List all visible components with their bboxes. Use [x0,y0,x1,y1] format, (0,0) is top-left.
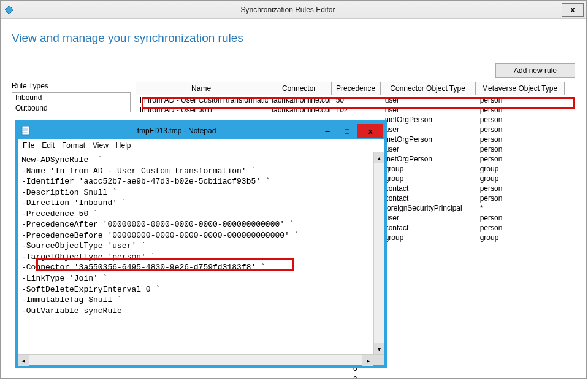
counter-b: 0 [353,375,357,378]
cell-cot: foreignSecurityPrincipal [381,203,476,213]
cell-cot: group [381,174,476,184]
rule-type-inbound[interactable]: Inbound [12,93,130,103]
cell-cot: user [381,105,476,115]
counters: 0 0 [136,364,575,378]
notepad-menu[interactable]: File Edit Format View Help [18,139,384,152]
scroll-right-icon[interactable]: ▸ [362,355,373,366]
col-cot[interactable]: Connector Object Type [381,82,476,95]
rule-type-outbound[interactable]: Outbound [12,103,130,114]
cell-cot: group [381,233,476,242]
table-row[interactable]: In from AD - User Custom transformationf… [136,95,575,105]
cell-cot: user [381,213,476,223]
menu-view[interactable]: View [93,141,109,150]
window-close-button[interactable]: x [562,3,584,17]
cell-cot: inetOrgPerson [381,134,476,144]
scroll-down-icon[interactable]: ▾ [374,343,384,354]
cell-mot: person [476,144,565,154]
menu-edit[interactable]: Edit [42,141,55,150]
cell-mot: person [476,105,565,115]
cell-mot: person [476,125,565,134]
cell-mot: * [476,203,565,213]
notepad-window: tmpFD13.tmp - Notepad – □ x File Edit Fo… [17,122,385,366]
cell-cot: user [381,95,476,105]
cell-cot: inetOrgPerson [381,154,476,164]
col-mot[interactable]: Metaverse Object Type [476,82,565,95]
cell-mot: person [476,223,565,233]
cell-connector: fabrikamonline.com [268,95,332,105]
cell-cot: user [381,125,476,134]
window-title: Synchronization Rules Editor [14,6,562,14]
notepad-titlebar[interactable]: tmpFD13.tmp - Notepad – □ x [18,122,384,139]
menu-format[interactable]: Format [62,141,85,150]
cell-mot: person [476,134,565,144]
cell-mot: person [476,115,565,125]
rule-types-list[interactable]: Inbound Outbound [12,92,131,112]
cell-mot: person [476,95,565,105]
cell-mot: person [476,193,565,203]
cell-mot: person [476,154,565,164]
col-precedence[interactable]: Precedence [332,82,381,95]
table-row[interactable]: In from AD - User Joinfabrikamonline.com… [136,105,575,115]
svg-marker-0 [5,6,13,14]
cell-cot: inetOrgPerson [381,115,476,125]
cell-cot: contact [381,223,476,233]
page-heading: View and manage your synchronization rul… [12,31,575,45]
col-name[interactable]: Name [136,82,267,95]
menu-help[interactable]: Help [116,141,131,150]
cell-cot: contact [381,193,476,203]
notepad-icon [21,126,31,136]
notepad-min-button[interactable]: – [318,124,337,138]
cell-name: In from AD - User Custom transformation [136,95,268,105]
notepad-close-button[interactable]: x [357,124,383,138]
notepad-text-area[interactable]: New-ADSyncRule ` -Name 'In from AD - Use… [18,152,373,354]
scroll-left-icon[interactable]: ◂ [18,355,29,366]
notepad-max-button[interactable]: □ [338,124,356,138]
cell-mot: group [476,164,565,174]
add-new-rule-button[interactable]: Add new rule [495,63,575,78]
notepad-horizontal-scrollbar[interactable]: ◂ ▸ [18,354,384,365]
cell-name: In from AD - User Join [136,105,268,115]
rule-types-label: Rule Types [12,82,131,90]
col-connector[interactable]: Connector [267,82,332,95]
cell-mot: person [476,184,565,193]
notepad-title: tmpFD13.tmp - Notepad [35,126,318,135]
cell-connector: fabrikamonline.com [268,105,332,115]
app-icon [4,5,14,15]
menu-file[interactable]: File [23,141,34,150]
cell-mot: group [476,174,565,184]
cell-prec: 102 [332,105,381,115]
window-titlebar: Synchronization Rules Editor x [1,1,586,19]
scroll-up-icon[interactable]: ▴ [374,152,384,163]
cell-mot: group [476,233,565,242]
cell-cot: group [381,164,476,174]
cell-cot: contact [381,184,476,193]
cell-cot: user [381,144,476,154]
cell-mot: person [476,213,565,223]
cell-prec: 50 [332,95,381,105]
notepad-vertical-scrollbar[interactable]: ▴ ▾ [373,152,384,354]
